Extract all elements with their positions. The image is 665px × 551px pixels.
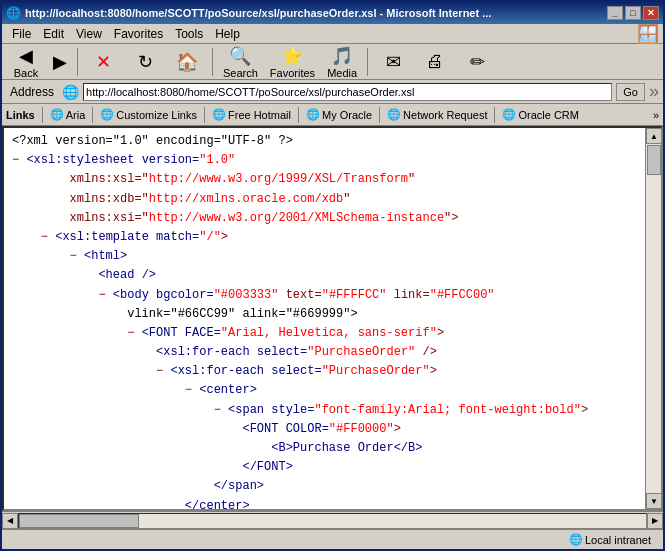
refresh-button[interactable]: ↻ (125, 48, 165, 76)
link-oracle-crm[interactable]: 🌐 Oracle CRM (498, 107, 583, 122)
collapse-icon[interactable]: − (12, 153, 26, 167)
links-bar: Links 🌐 Aria 🌐 Customize Links 🌐 Free Ho… (2, 104, 663, 126)
stop-button[interactable]: ✕ (83, 48, 123, 76)
xml-line: </span> (12, 477, 637, 496)
media-button[interactable]: 🎵 Media (322, 42, 362, 82)
collapse-icon[interactable]: − (185, 383, 199, 397)
xml-line: <B>Purchase Order</B> (12, 439, 637, 458)
browser-icon: 🌐 (6, 6, 21, 20)
menu-edit[interactable]: Edit (37, 25, 70, 43)
favorites-button[interactable]: ⭐ Favorites (265, 42, 320, 82)
menu-view[interactable]: View (70, 25, 108, 43)
collapse-icon[interactable]: − (214, 403, 228, 417)
search-button[interactable]: 🔍 Search (218, 42, 263, 82)
status-bar: 🌐 Local intranet (2, 529, 663, 549)
link-network-icon: 🌐 (387, 108, 401, 121)
address-input[interactable] (83, 83, 612, 101)
link-network-request[interactable]: 🌐 Network Request (383, 107, 491, 122)
window-title: http://localhost:8080/home/SCOTT/poSourc… (25, 7, 607, 19)
print-button[interactable]: 🖨 (415, 48, 455, 75)
links-label: Links (6, 109, 39, 121)
links-separator-5 (379, 107, 380, 123)
xml-line: <xsl:for-each select="PurchaseOrder" /> (12, 343, 637, 362)
scroll-up-button[interactable]: ▲ (646, 128, 662, 144)
link-aria-icon: 🌐 (50, 108, 64, 121)
links-expand-icon[interactable]: » (653, 109, 659, 121)
menu-favorites[interactable]: Favorites (108, 25, 169, 43)
scroll-thumb[interactable] (647, 145, 661, 175)
edit-icon: ✏ (470, 51, 485, 73)
close-button[interactable]: ✕ (643, 6, 659, 20)
back-label: Back (14, 67, 38, 79)
xml-line: xmlns:xsl="http://www.w3.org/1999/XSL/Tr… (12, 170, 637, 189)
horizontal-scrollbar[interactable]: ◀ ▶ (2, 511, 663, 529)
zone-status: 🌐 Local intranet (561, 533, 659, 546)
collapse-icon[interactable]: − (127, 326, 141, 340)
xml-line: − <xsl:for-each select="PurchaseOrder"> (12, 362, 637, 381)
menu-help[interactable]: Help (209, 25, 246, 43)
back-button[interactable]: ◀ Back (6, 42, 46, 82)
media-label: Media (327, 67, 357, 79)
xml-viewer[interactable]: <?xml version="1.0" encoding="UTF-8" ?>−… (4, 128, 645, 509)
links-separator-6 (494, 107, 495, 123)
link-aria[interactable]: 🌐 Aria (46, 107, 90, 122)
maximize-button[interactable]: □ (625, 6, 641, 20)
windows-logo: 🪟 (637, 23, 659, 45)
links-separator-2 (92, 107, 93, 123)
scroll-right-button[interactable]: ▶ (647, 513, 663, 529)
menu-file[interactable]: File (6, 25, 37, 43)
link-hotmail-icon: 🌐 (212, 108, 226, 121)
favorites-icon: ⭐ (281, 45, 303, 67)
collapse-icon[interactable]: − (41, 230, 55, 244)
links-separator-4 (298, 107, 299, 123)
back-icon: ◀ (19, 45, 33, 67)
xml-line: vlink="#66CC99" alink="#669999"> (12, 305, 637, 324)
xml-line: − <xsl:template match="/"> (12, 228, 637, 247)
toolbar-separator-1 (77, 48, 78, 76)
xml-line: <FONT COLOR="#FF0000"> (12, 420, 637, 439)
mail-icon: ✉ (386, 51, 401, 73)
go-button[interactable]: Go (616, 83, 645, 101)
print-icon: 🖨 (426, 51, 444, 72)
media-icon: 🎵 (331, 45, 353, 67)
edit-button[interactable]: ✏ (457, 48, 497, 76)
scroll-down-button[interactable]: ▼ (646, 493, 662, 509)
toolbar-separator-3 (367, 48, 368, 76)
xml-line: − <center> (12, 381, 637, 400)
collapse-icon[interactable]: − (98, 288, 112, 302)
toolbar-separator-2 (212, 48, 213, 76)
link-oracle-icon: 🌐 (306, 108, 320, 121)
address-bar: Address 🌐 Go » (2, 80, 663, 104)
window-controls[interactable]: _ □ ✕ (607, 6, 659, 20)
links-separator (42, 107, 43, 123)
link-oracle-crm-icon: 🌐 (502, 108, 516, 121)
xml-line: − <span style="font-family:Arial; font-w… (12, 401, 637, 420)
xml-line: xmlns:xdb="http://xmlns.oracle.com/xdb" (12, 190, 637, 209)
links-separator-3 (204, 107, 205, 123)
xml-line: <head /> (12, 266, 637, 285)
link-customize-icon: 🌐 (100, 108, 114, 121)
xml-line: </center> (12, 497, 637, 509)
expand-icon[interactable]: » (649, 81, 659, 102)
xml-line: − <html> (12, 247, 637, 266)
content-area: <?xml version="1.0" encoding="UTF-8" ?>−… (2, 126, 663, 511)
hscroll-thumb[interactable] (19, 514, 139, 528)
refresh-icon: ↻ (138, 51, 153, 73)
scroll-left-button[interactable]: ◀ (2, 513, 18, 529)
vertical-scrollbar[interactable]: ▲ ▼ (645, 128, 661, 509)
address-label: Address (6, 85, 58, 99)
link-customize[interactable]: 🌐 Customize Links (96, 107, 201, 122)
link-hotmail[interactable]: 🌐 Free Hotmail (208, 107, 295, 122)
home-icon: 🏠 (176, 51, 198, 73)
hscroll-track (18, 513, 647, 529)
minimize-button[interactable]: _ (607, 6, 623, 20)
collapse-icon[interactable]: − (156, 364, 170, 378)
mail-button[interactable]: ✉ (373, 48, 413, 76)
zone-icon: 🌐 (569, 533, 583, 546)
forward-button[interactable]: ▶ (48, 48, 72, 76)
toolbar: ◀ Back ▶ ✕ ↻ 🏠 🔍 Search ⭐ Favorites 🎵 Me… (2, 44, 663, 80)
collapse-icon[interactable]: − (70, 249, 84, 263)
link-oracle[interactable]: 🌐 My Oracle (302, 107, 376, 122)
menu-tools[interactable]: Tools (169, 25, 209, 43)
home-button[interactable]: 🏠 (167, 48, 207, 76)
